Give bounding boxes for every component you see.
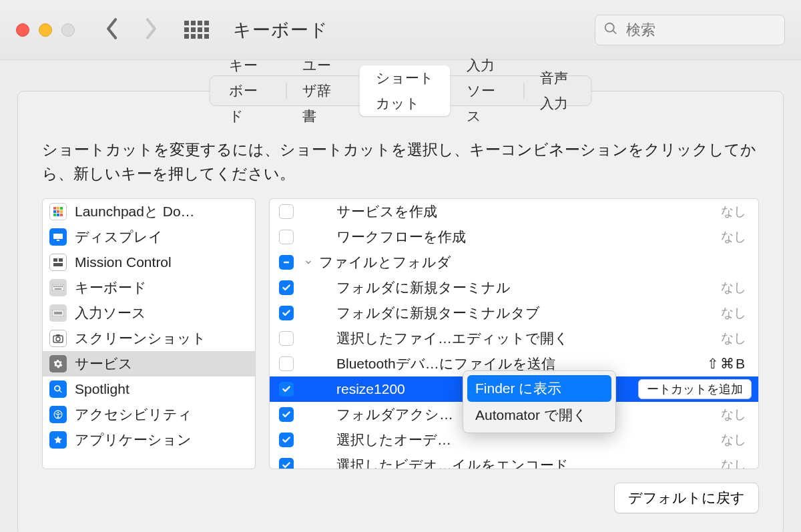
svg-rect-10 (57, 240, 59, 241)
mission-control-icon (49, 254, 67, 271)
category-mission-control[interactable]: Mission Control (43, 250, 255, 275)
launchpad-icon (49, 203, 67, 220)
svg-rect-3 (53, 210, 56, 213)
category-keyboard[interactable]: キーボード (43, 275, 255, 300)
show-all-button[interactable] (184, 21, 209, 39)
svg-point-27 (57, 412, 59, 413)
context-menu: Finder に表示 Automator で開く (463, 370, 616, 433)
svg-rect-22 (54, 312, 62, 314)
shortcut-checkbox[interactable] (279, 306, 294, 320)
shortcut-value[interactable]: なし (721, 406, 749, 423)
shortcut-label: サービスを作成 (304, 202, 721, 221)
window-controls (16, 23, 75, 37)
svg-rect-6 (53, 214, 56, 216)
category-label: Spotlight (75, 381, 129, 397)
shortcut-checkbox[interactable] (279, 230, 294, 244)
instructions-text: ショートカットを変更するには、ショートカットを選択し、キーコンビネーションをクリ… (42, 138, 759, 186)
shortcut-row[interactable]: ワークフローを作成なし (270, 224, 758, 250)
shortcut-value[interactable]: ⇧⌘B (707, 356, 749, 372)
shortcut-value[interactable]: なし (721, 330, 749, 347)
shortcut-row[interactable]: フォルダに新規ターミナルタブなし (270, 300, 758, 326)
close-button[interactable] (16, 23, 29, 37)
category-applications[interactable]: アプリケーション (43, 427, 255, 453)
shortcut-label: ワークフローを作成 (304, 228, 721, 246)
category-display[interactable]: ディスプレイ (43, 224, 255, 250)
keyboard-icon (49, 279, 67, 296)
search-field[interactable] (595, 15, 785, 45)
shortcut-row[interactable]: サービスを作成なし (270, 199, 758, 224)
minimize-button[interactable] (39, 23, 52, 37)
category-spotlight[interactable]: Spotlight (43, 376, 255, 402)
svg-rect-7 (57, 214, 59, 216)
screenshot-icon (49, 330, 67, 347)
tab-keyboard[interactable]: キーボード (213, 53, 286, 129)
display-icon (49, 228, 67, 246)
svg-rect-17 (57, 286, 59, 287)
shortcut-checkbox[interactable] (279, 331, 294, 346)
toolbar: キーボード (0, 0, 801, 60)
shortcut-label: 選択したファイ…エディットで開く (304, 329, 721, 348)
shortcut-value[interactable]: なし (721, 457, 749, 469)
context-menu-show-in-finder[interactable]: Finder に表示 (467, 375, 611, 402)
shortcut-checkbox[interactable] (279, 458, 294, 469)
add-shortcut-button[interactable]: ートカットを追加 (638, 379, 752, 399)
tab-shortcuts[interactable]: ショートカット (360, 65, 451, 116)
shortcut-value[interactable]: なし (721, 203, 749, 220)
svg-rect-12 (59, 258, 63, 262)
shortcut-row[interactable]: 選択したビデオ…イルをエンコードなし (270, 453, 758, 469)
shortcut-checkbox[interactable] (279, 356, 294, 371)
shortcut-row[interactable]: フォルダに新規ターミナルなし (270, 275, 758, 300)
category-accessibility[interactable]: アクセシビリティ (43, 402, 255, 427)
category-input-sources[interactable]: 入力ソース (43, 300, 255, 326)
svg-rect-15 (53, 286, 55, 287)
shortcut-value[interactable]: なし (721, 279, 749, 296)
svg-rect-2 (60, 207, 63, 210)
svg-rect-8 (60, 214, 63, 216)
zoom-button[interactable] (61, 23, 75, 37)
disclosure-icon[interactable] (304, 258, 312, 266)
category-list[interactable]: Launchpadと Do… ディスプレイ Mission Control キー… (42, 198, 256, 469)
shortcut-value[interactable]: なし (721, 431, 749, 449)
window-title: キーボード (233, 18, 328, 42)
shortcut-value[interactable]: なし (721, 304, 749, 322)
tab-text[interactable]: ユーザ辞書 (286, 53, 360, 129)
svg-rect-18 (59, 286, 61, 287)
tab-input[interactable]: 入力ソース (451, 53, 524, 129)
shortcut-label: ファイルとフォルダ (319, 253, 749, 272)
shortcut-checkbox[interactable] (279, 255, 294, 270)
category-label: スクリーンショット (75, 329, 206, 348)
svg-rect-20 (55, 288, 61, 290)
shortcut-value[interactable]: なし (721, 228, 749, 246)
svg-rect-16 (55, 286, 57, 287)
svg-rect-28 (284, 262, 289, 263)
shortcut-checkbox[interactable] (279, 280, 294, 295)
shortcut-checkbox[interactable] (279, 433, 294, 447)
category-services[interactable]: サービス (43, 351, 255, 376)
svg-rect-13 (53, 263, 63, 266)
tab-dictation[interactable]: 音声入力 (524, 65, 588, 116)
category-label: Mission Control (75, 254, 172, 270)
restore-defaults-button[interactable]: デフォルトに戻す (614, 483, 759, 513)
shortcut-label: フォルダに新規ターミナルタブ (304, 304, 721, 322)
search-icon (603, 21, 625, 39)
back-button[interactable] (105, 17, 120, 43)
category-label: ディスプレイ (75, 228, 163, 246)
svg-rect-19 (61, 286, 63, 287)
category-screenshots[interactable]: スクリーンショット (43, 326, 255, 351)
svg-rect-5 (60, 210, 63, 213)
context-menu-open-in-automator[interactable]: Automator で開く (467, 402, 611, 429)
shortcut-checkbox[interactable] (279, 204, 294, 219)
shortcut-checkbox[interactable] (279, 407, 294, 422)
svg-rect-11 (53, 258, 57, 262)
category-label: アプリケーション (75, 431, 192, 449)
shortcut-row[interactable]: 選択したファイ…エディットで開くなし (270, 326, 758, 351)
shortcut-checkbox[interactable] (279, 382, 294, 396)
svg-rect-9 (53, 234, 63, 239)
shortcut-row[interactable]: ファイルとフォルダ (270, 250, 758, 275)
forward-button[interactable] (143, 17, 158, 43)
category-launchpad[interactable]: Launchpadと Do… (43, 199, 255, 224)
accessibility-icon (49, 406, 67, 423)
search-input[interactable] (625, 21, 776, 39)
category-label: Launchpadと Do… (75, 202, 195, 221)
tab-bar: キーボード ユーザ辞書 ショートカット 入力ソース 音声入力 (210, 75, 592, 106)
